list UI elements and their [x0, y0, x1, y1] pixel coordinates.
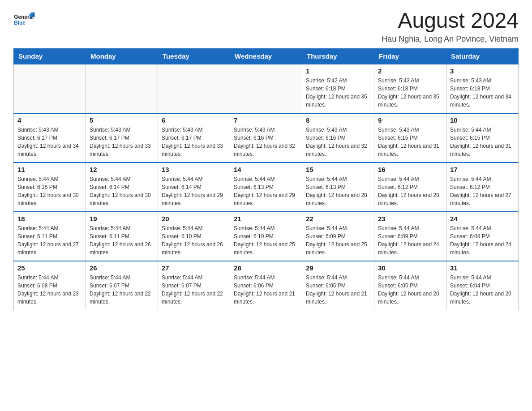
table-row: 8 Sunrise: 5:43 AMSunset: 6:16 PMDayligh… — [302, 113, 374, 163]
day-number: 8 — [306, 116, 370, 124]
day-number: 22 — [306, 215, 370, 223]
table-row: 7 Sunrise: 5:43 AMSunset: 6:16 PMDayligh… — [230, 113, 302, 163]
day-info: Sunrise: 5:44 AMSunset: 6:06 PMDaylight:… — [234, 274, 298, 306]
day-info: Sunrise: 5:43 AMSunset: 6:16 PMDaylight:… — [234, 126, 298, 158]
day-info: Sunrise: 5:44 AMSunset: 6:10 PMDaylight:… — [162, 224, 226, 257]
calendar-title: August 2024 — [382, 9, 519, 33]
header-tuesday: Tuesday — [158, 48, 230, 64]
table-row: 14 Sunrise: 5:44 AMSunset: 6:13 PMDaylig… — [230, 163, 302, 212]
table-row: 21 Sunrise: 5:44 AMSunset: 6:10 PMDaylig… — [230, 212, 302, 261]
table-row: 26 Sunrise: 5:44 AMSunset: 6:07 PMDaylig… — [86, 261, 158, 310]
day-number: 21 — [234, 215, 298, 223]
day-info: Sunrise: 5:43 AMSunset: 6:15 PMDaylight:… — [378, 126, 442, 158]
day-info: Sunrise: 5:44 AMSunset: 6:13 PMDaylight:… — [306, 175, 370, 207]
calendar-subtitle: Hau Nghia, Long An Povince, Vietnam — [382, 34, 519, 44]
day-info: Sunrise: 5:44 AMSunset: 6:12 PMDaylight:… — [450, 175, 515, 207]
day-info: Sunrise: 5:44 AMSunset: 6:09 PMDaylight:… — [378, 224, 442, 257]
calendar-week-row: 1 Sunrise: 5:42 AMSunset: 6:18 PMDayligh… — [14, 64, 519, 113]
table-row: 31 Sunrise: 5:44 AMSunset: 6:04 PMDaylig… — [446, 261, 519, 310]
day-number: 12 — [90, 166, 154, 173]
calendar-week-row: 18 Sunrise: 5:44 AMSunset: 6:11 PMDaylig… — [14, 212, 519, 261]
table-row: 19 Sunrise: 5:44 AMSunset: 6:11 PMDaylig… — [86, 212, 158, 261]
day-info: Sunrise: 5:44 AMSunset: 6:12 PMDaylight:… — [378, 175, 442, 207]
day-number: 23 — [378, 215, 442, 223]
day-number: 14 — [234, 166, 298, 173]
day-number: 19 — [90, 215, 154, 223]
day-number: 26 — [90, 264, 154, 272]
table-row: 25 Sunrise: 5:44 AMSunset: 6:08 PMDaylig… — [14, 261, 86, 310]
day-number: 3 — [450, 67, 515, 75]
day-info: Sunrise: 5:43 AMSunset: 6:17 PMDaylight:… — [90, 126, 154, 158]
table-row: 9 Sunrise: 5:43 AMSunset: 6:15 PMDayligh… — [374, 113, 446, 163]
day-info: Sunrise: 5:43 AMSunset: 6:17 PMDaylight:… — [162, 126, 226, 158]
day-info: Sunrise: 5:44 AMSunset: 6:13 PMDaylight:… — [234, 175, 298, 207]
day-info: Sunrise: 5:44 AMSunset: 6:10 PMDaylight:… — [234, 224, 298, 257]
svg-text:Blue: Blue — [14, 20, 26, 26]
table-row: 2 Sunrise: 5:43 AMSunset: 6:18 PMDayligh… — [374, 64, 446, 113]
header-sunday: Sunday — [14, 48, 86, 64]
table-row: 15 Sunrise: 5:44 AMSunset: 6:13 PMDaylig… — [302, 163, 374, 212]
day-number: 6 — [162, 116, 226, 124]
table-row — [86, 64, 158, 113]
day-info: Sunrise: 5:44 AMSunset: 6:08 PMDaylight:… — [450, 224, 515, 257]
table-row: 4 Sunrise: 5:43 AMSunset: 6:17 PMDayligh… — [14, 113, 86, 163]
table-row — [158, 64, 230, 113]
day-info: Sunrise: 5:44 AMSunset: 6:07 PMDaylight:… — [162, 274, 226, 306]
day-number: 4 — [17, 116, 82, 124]
calendar-week-row: 25 Sunrise: 5:44 AMSunset: 6:08 PMDaylig… — [14, 261, 519, 310]
title-block: August 2024 Hau Nghia, Long An Povince, … — [382, 9, 519, 44]
table-row: 10 Sunrise: 5:44 AMSunset: 6:15 PMDaylig… — [446, 113, 519, 163]
table-row: 29 Sunrise: 5:44 AMSunset: 6:05 PMDaylig… — [302, 261, 374, 310]
day-info: Sunrise: 5:44 AMSunset: 6:05 PMDaylight:… — [306, 274, 370, 306]
table-row — [230, 64, 302, 113]
day-info: Sunrise: 5:44 AMSunset: 6:14 PMDaylight:… — [90, 175, 154, 207]
table-row: 1 Sunrise: 5:42 AMSunset: 6:18 PMDayligh… — [302, 64, 374, 113]
header-friday: Friday — [374, 48, 446, 64]
day-number: 17 — [450, 166, 515, 173]
page-header: General Blue August 2024 Hau Nghia, Long… — [13, 9, 519, 44]
day-number: 9 — [378, 116, 442, 124]
table-row: 3 Sunrise: 5:43 AMSunset: 6:18 PMDayligh… — [446, 64, 519, 113]
table-row: 27 Sunrise: 5:44 AMSunset: 6:07 PMDaylig… — [158, 261, 230, 310]
day-info: Sunrise: 5:44 AMSunset: 6:09 PMDaylight:… — [306, 224, 370, 257]
table-row: 23 Sunrise: 5:44 AMSunset: 6:09 PMDaylig… — [374, 212, 446, 261]
day-number: 31 — [450, 264, 515, 272]
table-row: 12 Sunrise: 5:44 AMSunset: 6:14 PMDaylig… — [86, 163, 158, 212]
day-number: 18 — [17, 215, 82, 223]
table-row: 6 Sunrise: 5:43 AMSunset: 6:17 PMDayligh… — [158, 113, 230, 163]
table-row — [14, 64, 86, 113]
table-row: 5 Sunrise: 5:43 AMSunset: 6:17 PMDayligh… — [86, 113, 158, 163]
day-info: Sunrise: 5:44 AMSunset: 6:15 PMDaylight:… — [17, 175, 82, 207]
day-number: 11 — [17, 166, 82, 173]
day-info: Sunrise: 5:43 AMSunset: 6:18 PMDaylight:… — [450, 77, 515, 109]
weekday-header-row: Sunday Monday Tuesday Wednesday Thursday… — [14, 48, 519, 64]
table-row: 22 Sunrise: 5:44 AMSunset: 6:09 PMDaylig… — [302, 212, 374, 261]
day-number: 29 — [306, 264, 370, 272]
day-number: 25 — [17, 264, 82, 272]
day-number: 7 — [234, 116, 298, 124]
day-info: Sunrise: 5:43 AMSunset: 6:16 PMDaylight:… — [306, 126, 370, 158]
day-info: Sunrise: 5:44 AMSunset: 6:11 PMDaylight:… — [90, 224, 154, 257]
day-info: Sunrise: 5:44 AMSunset: 6:04 PMDaylight:… — [450, 274, 515, 306]
day-number: 28 — [234, 264, 298, 272]
table-row: 13 Sunrise: 5:44 AMSunset: 6:14 PMDaylig… — [158, 163, 230, 212]
calendar-table: Sunday Monday Tuesday Wednesday Thursday… — [13, 48, 519, 311]
day-number: 27 — [162, 264, 226, 272]
day-info: Sunrise: 5:44 AMSunset: 6:08 PMDaylight:… — [17, 274, 82, 306]
day-number: 16 — [378, 166, 442, 173]
day-number: 13 — [162, 166, 226, 173]
day-number: 20 — [162, 215, 226, 223]
day-number: 1 — [306, 67, 370, 75]
day-number: 15 — [306, 166, 370, 173]
table-row: 18 Sunrise: 5:44 AMSunset: 6:11 PMDaylig… — [14, 212, 86, 261]
header-saturday: Saturday — [446, 48, 519, 64]
logo: General Blue — [13, 9, 36, 29]
table-row: 30 Sunrise: 5:44 AMSunset: 6:05 PMDaylig… — [374, 261, 446, 310]
day-info: Sunrise: 5:44 AMSunset: 6:14 PMDaylight:… — [162, 175, 226, 207]
table-row: 11 Sunrise: 5:44 AMSunset: 6:15 PMDaylig… — [14, 163, 86, 212]
day-number: 10 — [450, 116, 515, 124]
table-row: 20 Sunrise: 5:44 AMSunset: 6:10 PMDaylig… — [158, 212, 230, 261]
day-info: Sunrise: 5:44 AMSunset: 6:11 PMDaylight:… — [17, 224, 82, 257]
header-wednesday: Wednesday — [230, 48, 302, 64]
table-row: 16 Sunrise: 5:44 AMSunset: 6:12 PMDaylig… — [374, 163, 446, 212]
